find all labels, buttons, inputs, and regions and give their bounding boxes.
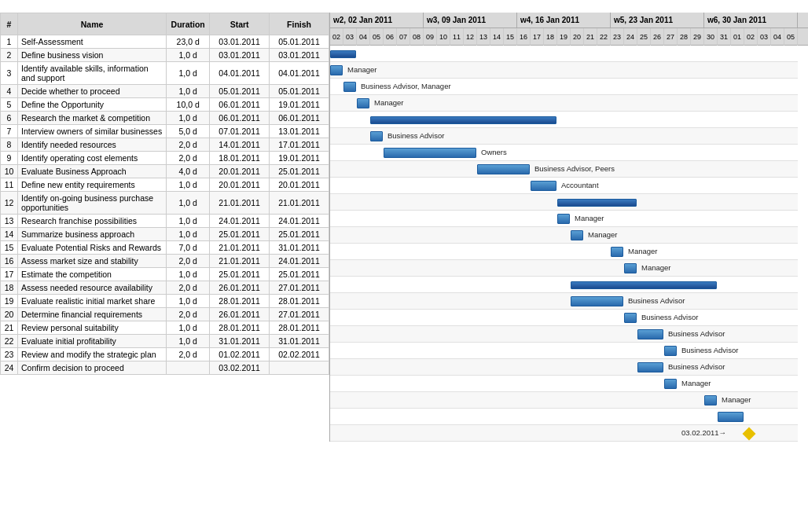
cell-name: Identify available skills, information a… [17, 62, 166, 85]
cell-num: 11 [1, 178, 18, 192]
cell-start: 21.01.2011 [210, 255, 270, 268]
table-row: 12 Identify on-going business purchase o… [1, 192, 329, 215]
gantt-bar-label: Business Advisor [668, 329, 725, 338]
task-table-section: # Name Duration Start Finish 1 Self-Asse… [0, 13, 330, 442]
cell-duration: 1,0 d [167, 192, 210, 215]
cell-finish: 25.01.2011 [270, 268, 329, 281]
table-row: 20 Determine financial requirements 2,0 … [1, 308, 329, 321]
col-header-name: Name [17, 13, 166, 35]
cell-num: 15 [1, 241, 18, 255]
gantt-week-label: w3, 09 Jan 2011 [424, 13, 517, 28]
cell-duration: 2,0 d [167, 255, 210, 268]
gantt-row: Manager [330, 62, 798, 79]
gantt-bar [624, 313, 637, 323]
gantt-day-label: 25 [637, 28, 651, 46]
col-header-duration: Duration [167, 13, 210, 35]
table-row: 15 Evaluate Potential Risks and Rewards … [1, 241, 329, 255]
cell-name: Identify on-going business purchase oppo… [17, 192, 166, 215]
cell-finish: 05.01.2011 [270, 35, 329, 49]
cell-duration: 23,0 d [167, 35, 210, 49]
gantt-day-label: 30 [704, 28, 718, 46]
cell-finish: 20.01.2011 [270, 178, 329, 192]
col-header-start: Start [210, 13, 270, 35]
gantt-day-label: 11 [450, 28, 464, 46]
gantt-row: Accountant [330, 178, 798, 194]
gantt-bar [477, 164, 530, 174]
cell-finish: 27.01.2011 [270, 308, 329, 321]
cell-finish: 17.01.2011 [270, 138, 329, 152]
table-row: 22 Evaluate initial profitability 1,0 d … [1, 335, 329, 348]
gantt-bar-label: Business Advisor, Manager [361, 82, 451, 90]
gantt-bar [357, 98, 369, 108]
gantt-day-label: 21 [584, 28, 597, 46]
table-row: 7 Interview owners of similar businesses… [1, 125, 329, 138]
gantt-milestone [743, 427, 756, 441]
cell-finish: 13.01.2011 [270, 125, 329, 138]
cell-name: Evaluate Potential Risks and Rewards [17, 241, 166, 255]
gantt-row: Business Advisor [330, 343, 798, 359]
cell-start: 03.01.2011 [210, 35, 270, 49]
table-row: 10 Evaluate Business Approach 4,0 d 20.0… [1, 165, 329, 178]
gantt-day-label: 02 [330, 28, 343, 46]
gantt-bar [557, 214, 570, 224]
cell-name: Interview owners of similar businesses [17, 125, 166, 138]
gantt-bar [370, 116, 556, 124]
gantt-section: w2, 02 Jan 2011w3, 09 Jan 2011w4, 16 Jan… [330, 13, 808, 442]
cell-name: Identify needed resources [17, 138, 166, 152]
cell-num: 9 [1, 152, 18, 165]
gantt-row: Manager [330, 260, 798, 277]
gantt-bar-label: Manager [588, 230, 618, 239]
gantt-day-label: 07 [397, 28, 410, 46]
cell-start: 26.01.2011 [210, 308, 270, 321]
table-row: 4 Decide whether to proceed 1,0 d 05.01.… [1, 85, 329, 98]
cell-name: Confirm decision to proceed [17, 361, 166, 375]
cell-name: Research franchise possibilities [17, 215, 166, 228]
cell-finish: 21.01.2011 [270, 192, 329, 215]
cell-duration: 1,0 d [167, 85, 210, 98]
gantt-bar [557, 199, 637, 207]
table-row: 19 Evaluate realistic initial market sha… [1, 295, 329, 308]
gantt-week-label: w6, 30 Jan 2011 [704, 13, 798, 28]
gantt-bar-label: Manager [641, 263, 671, 272]
gantt-bar [384, 148, 476, 158]
gantt-row: Manager [330, 211, 798, 227]
gantt-bar [571, 281, 717, 289]
cell-duration: 1,0 d [167, 335, 210, 348]
gantt-bar-label: Business Advisor [681, 346, 738, 354]
cell-duration: 10,0 d [167, 98, 210, 112]
cell-start: 18.01.2011 [210, 152, 270, 165]
cell-num: 10 [1, 165, 18, 178]
gantt-row: Manager [330, 376, 798, 392]
gantt-bar [330, 50, 356, 58]
gantt-bar-label: Manager [722, 395, 751, 404]
gantt-day-label: 08 [410, 28, 424, 46]
cell-duration: 1,0 d [167, 112, 210, 125]
gantt-bar [704, 395, 717, 405]
cell-duration: 1,0 d [167, 49, 210, 62]
table-row: 16 Assess market size and stability 2,0 … [1, 255, 329, 268]
gantt-row: Business Advisor, Peers [330, 161, 798, 178]
gantt-bar-label: Business Advisor [668, 362, 725, 371]
cell-start: 20.01.2011 [210, 178, 270, 192]
gantt-row: Manager [330, 95, 798, 112]
cell-name: Identify operating cost elements [17, 152, 166, 165]
cell-name: Determine financial requirements [17, 308, 166, 321]
gantt-bar [664, 346, 677, 356]
table-row: 13 Research franchise possibilities 1,0 … [1, 215, 329, 228]
gantt-bar-label: Manager [681, 379, 711, 387]
gantt-bar [571, 230, 583, 240]
gantt-day-label: 10 [437, 28, 450, 46]
gantt-bar-label: Manager [575, 214, 604, 222]
gantt-row: Business Advisor [330, 310, 798, 326]
table-row: 8 Identify needed resources 2,0 d 14.01.… [1, 138, 329, 152]
cell-name: Review and modify the strategic plan [17, 348, 166, 361]
cell-num: 12 [1, 192, 18, 215]
cell-num: 7 [1, 125, 18, 138]
gantt-day-label: 03 [758, 28, 771, 46]
table-row: 14 Summarize business approach 1,0 d 25.… [1, 228, 329, 241]
cell-start: 05.01.2011 [210, 85, 270, 98]
cell-duration: 1,0 d [167, 228, 210, 241]
table-row: 6 Research the market & competition 1,0 … [1, 112, 329, 125]
cell-start: 14.01.2011 [210, 138, 270, 152]
cell-num: 17 [1, 268, 18, 281]
